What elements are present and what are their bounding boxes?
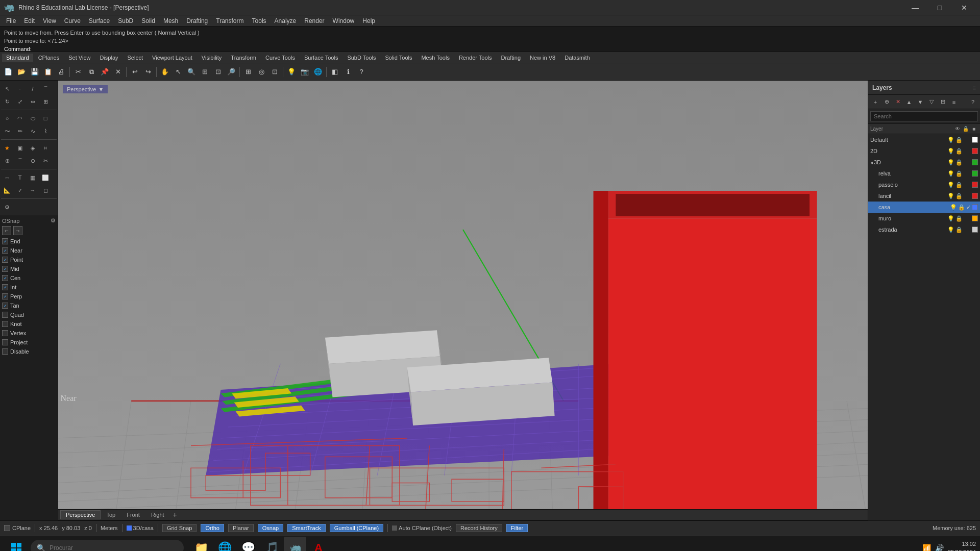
layer-lock-icon-muro[interactable]: 🔒 xyxy=(955,215,963,222)
osnap-item-end[interactable]: End xyxy=(2,237,56,246)
zoom-window-icon[interactable]: 🔍 xyxy=(185,66,198,78)
pan-icon[interactable]: ✋ xyxy=(159,66,171,78)
copy-icon[interactable]: ⧉ xyxy=(85,66,97,78)
layer-delete-icon[interactable]: ✕ xyxy=(893,97,903,107)
hatch-tool[interactable]: ▦ xyxy=(27,171,39,184)
undo-icon[interactable]: ↩ xyxy=(129,66,141,78)
osnap-item-tan[interactable]: Tan xyxy=(2,301,56,310)
grid-snap-button[interactable]: Grid Snap xyxy=(162,524,197,532)
layer-lock-icon-estrada[interactable]: 🔒 xyxy=(955,227,963,233)
osnap-cb-perp[interactable] xyxy=(2,293,8,299)
minimize-button[interactable]: — xyxy=(903,0,927,15)
toolbar-tab-datasmith[interactable]: Datasmith xyxy=(560,54,594,62)
layer-lock-icon-relva[interactable]: 🔒 xyxy=(955,170,963,177)
menu-item-solid[interactable]: Solid xyxy=(137,16,159,26)
layers-help-icon[interactable]: ? xyxy=(968,97,978,107)
osnap-item-project[interactable]: Project xyxy=(2,338,56,347)
toolbar-tab-surface-tools[interactable]: Surface Tools xyxy=(300,54,342,62)
zoom-extent-icon[interactable]: ⊞ xyxy=(199,66,211,78)
layer-lock-icon-2d[interactable]: 🔒 xyxy=(955,148,963,155)
line-tool[interactable]: / xyxy=(27,83,39,95)
camera-icon[interactable]: 📷 xyxy=(299,66,311,78)
close-button[interactable]: ✕ xyxy=(952,0,976,15)
menu-item-mesh[interactable]: Mesh xyxy=(159,16,182,26)
cut-icon[interactable]: ✂ xyxy=(72,66,84,78)
taskbar-autocad[interactable]: A xyxy=(307,537,330,551)
taskbar-file-explorer[interactable]: 📁 xyxy=(190,537,212,551)
osnap-item-cen[interactable]: Cen xyxy=(2,273,56,283)
layers-panel-options[interactable]: ≡ xyxy=(973,85,976,91)
layer-check-icon-casa[interactable]: ✓ xyxy=(966,204,971,211)
misc-tool[interactable]: ⚙ xyxy=(1,201,13,213)
layer-light-icon-3d[interactable]: 💡 xyxy=(947,159,954,166)
osnap-cb-mid[interactable] xyxy=(2,266,8,272)
layer-item-3d[interactable]: ◂3D 💡 🔒 xyxy=(868,157,980,168)
layer-color-swatch-3d[interactable] xyxy=(972,159,978,165)
osnap-cb-knot[interactable] xyxy=(2,321,8,327)
perspective-dropdown[interactable]: Perspective ▼ xyxy=(62,85,108,94)
layer-item-muro[interactable]: muro 💡 🔒 xyxy=(868,213,980,224)
layer-item-2d[interactable]: 2D 💡 🔒 xyxy=(868,145,980,157)
layer-move-down-icon[interactable]: ▼ xyxy=(915,97,925,107)
layers-search-input[interactable] xyxy=(870,111,978,121)
smarttrack-button[interactable]: SmartTrack xyxy=(287,524,325,532)
point-tool[interactable]: · xyxy=(14,83,26,95)
layer-light-icon-2d[interactable]: 💡 xyxy=(947,148,954,155)
toolbar-tab-new-in-v8[interactable]: New in V8 xyxy=(526,54,559,62)
layer-lock-icon-default[interactable]: 🔒 xyxy=(955,137,963,143)
light-icon[interactable]: 💡 xyxy=(285,66,298,78)
circle-tool[interactable]: ○ xyxy=(1,112,13,124)
layer-filter-icon[interactable]: ▽ xyxy=(926,97,937,107)
layer-color-swatch-default[interactable] xyxy=(972,137,978,143)
freehand-tool[interactable]: ✏ xyxy=(14,125,26,137)
layer-lock-icon-casa[interactable]: 🔒 xyxy=(958,204,965,211)
menu-item-edit[interactable]: Edit xyxy=(20,16,39,26)
prop-icon[interactable]: ℹ xyxy=(342,66,354,78)
osnap-item-mid[interactable]: Mid xyxy=(2,264,56,273)
osnap-item-vertex[interactable]: Vertex xyxy=(2,329,56,338)
surface-tool[interactable]: ◈ xyxy=(27,142,39,154)
layer-light-icon-lancil[interactable]: 💡 xyxy=(947,193,954,199)
help-icon[interactable]: ? xyxy=(355,66,368,78)
rotate-tool[interactable]: ↻ xyxy=(1,95,13,108)
osnap-cb-point[interactable] xyxy=(2,257,8,263)
grid-icon[interactable]: ⊞ xyxy=(242,66,254,78)
toolbar-tab-solid-tools[interactable]: Solid Tools xyxy=(381,54,416,62)
osnap-item-quad[interactable]: Quad xyxy=(2,310,56,319)
layer-item-casa[interactable]: casa 💡 🔒 ✓ xyxy=(868,202,980,213)
interp-tool[interactable]: ∿ xyxy=(27,125,39,137)
print-icon[interactable]: 🖨 xyxy=(55,66,67,78)
taskbar-spotify[interactable]: 🎵 xyxy=(260,537,283,551)
menu-item-drafting[interactable]: Drafting xyxy=(182,16,212,26)
edge-tool[interactable]: ◻ xyxy=(39,184,52,196)
ellipse-tool[interactable]: ⬭ xyxy=(27,112,39,124)
layer-light-icon-default[interactable]: 💡 xyxy=(947,137,954,143)
tab-right[interactable]: Right xyxy=(145,510,170,519)
network-icon[interactable]: 📶 xyxy=(922,544,931,551)
dir-tool[interactable]: → xyxy=(27,184,39,196)
osnap-cb-int[interactable] xyxy=(2,284,8,290)
trim-tool[interactable]: ✂ xyxy=(39,155,52,167)
solid-tool[interactable]: ▣ xyxy=(14,142,26,154)
check-tool[interactable]: ✓ xyxy=(14,184,26,196)
osnap-item-point[interactable]: Point xyxy=(2,255,56,264)
layer-add-sub-icon[interactable]: ⊕ xyxy=(881,97,892,107)
layer-item-relva[interactable]: relva 💡 🔒 xyxy=(868,168,980,179)
osnap-cb-end[interactable] xyxy=(2,238,8,244)
osnap-cb-cen[interactable] xyxy=(2,275,8,281)
paste-icon[interactable]: 📌 xyxy=(99,66,111,78)
osnap-cb-near[interactable] xyxy=(2,247,8,254)
mirror-tool[interactable]: ⇔ xyxy=(27,95,39,108)
curve-tool[interactable]: 〜 xyxy=(1,125,13,137)
ortho-button[interactable]: Ortho xyxy=(201,524,224,532)
layer-item-passeio[interactable]: passeio 💡 🔒 xyxy=(868,179,980,190)
layer-add-icon[interactable]: + xyxy=(870,97,880,107)
layer-lock-icon-passeio[interactable]: 🔒 xyxy=(955,182,963,188)
osnap-item-disable[interactable]: Disable xyxy=(2,347,56,356)
menu-item-curve[interactable]: Curve xyxy=(60,16,85,26)
osnap-cb-quad[interactable] xyxy=(2,312,8,318)
layer-lock-icon-lancil[interactable]: 🔒 xyxy=(955,193,963,199)
osnap-button[interactable]: Osnap xyxy=(258,524,283,532)
toolbar-tab-cplanes[interactable]: CPlanes xyxy=(34,54,64,62)
system-clock[interactable]: 13:02 25/10/2024 xyxy=(948,540,976,551)
